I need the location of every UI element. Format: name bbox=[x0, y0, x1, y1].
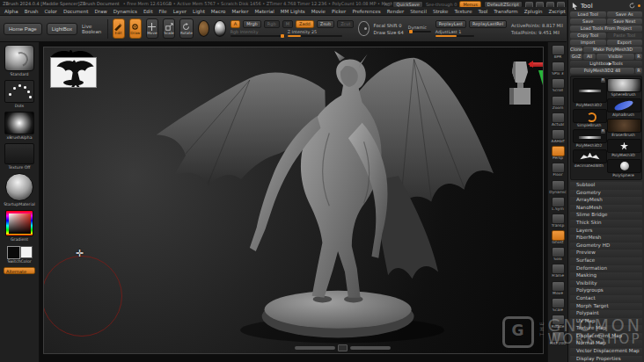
axis-y-arrow[interactable] bbox=[538, 70, 544, 85]
goz-button[interactable]: GoZ bbox=[570, 54, 582, 60]
tool-subpalette[interactable]: Texture Map bbox=[570, 325, 642, 332]
tool-subpalette[interactable]: Deformation bbox=[570, 265, 642, 272]
tool-subpalette[interactable]: FiberMesh bbox=[570, 235, 642, 242]
stroke-selector[interactable]: Dots bbox=[3, 80, 36, 108]
current-material-icon[interactable] bbox=[214, 20, 225, 37]
z-intensity-slider[interactable]: Z Intensity 25 bbox=[288, 30, 342, 37]
focal-shift-slider[interactable]: Focal Shift 0 bbox=[374, 23, 404, 28]
menu-item[interactable]: Light bbox=[193, 9, 205, 14]
brush-thumb[interactable] bbox=[4, 45, 34, 71]
right-shelf-button[interactable]: Ghost bbox=[548, 230, 567, 245]
texture-thumb[interactable] bbox=[4, 143, 34, 164]
tool-subpalette[interactable]: Geometry HD bbox=[570, 243, 642, 250]
right-shelf-button[interactable]: Hist 200 bbox=[548, 331, 567, 346]
texture-selector[interactable]: Texture Off bbox=[3, 143, 36, 170]
lightbox-tools-button[interactable]: Lightbox▶Tools bbox=[570, 61, 642, 67]
menu-item[interactable]: Transform bbox=[494, 9, 517, 14]
load-tools-from-project-button[interactable]: Load Tools From Project bbox=[570, 25, 642, 32]
alpha-selector[interactable]: xBrushAlpha bbox=[3, 112, 36, 140]
live-boolean-toggle[interactable]: Live Boolean bbox=[82, 24, 103, 34]
menu-item[interactable]: Movie bbox=[311, 9, 326, 14]
rotate-button[interactable]: Rotate bbox=[179, 18, 194, 39]
replay-last-button[interactable]: ReplayLast bbox=[435, 20, 466, 28]
home-page-button[interactable]: Home Page bbox=[4, 23, 42, 35]
right-shelf-button[interactable]: Scale bbox=[548, 298, 567, 313]
edit-button[interactable]: Edit bbox=[113, 18, 125, 39]
menu-item[interactable]: Stencil bbox=[410, 9, 427, 14]
switch-color-swatches[interactable] bbox=[5, 245, 33, 258]
menu-item[interactable]: Edit bbox=[143, 9, 153, 14]
right-shelf-button[interactable]: BPR bbox=[548, 45, 567, 60]
tool-subpalette[interactable]: Surface bbox=[570, 257, 642, 264]
menu-item[interactable]: Tool bbox=[479, 9, 488, 14]
save-next-button[interactable]: Save Next bbox=[607, 18, 643, 25]
menu-item[interactable]: File bbox=[159, 9, 167, 14]
right-shelf-button[interactable]: Frame bbox=[548, 264, 567, 279]
export-button[interactable]: Export bbox=[607, 40, 643, 46]
tool-subpalette[interactable]: Thick Skin bbox=[570, 220, 642, 227]
tool-thumb[interactable]: PolyMesh3D bbox=[607, 139, 640, 157]
menu-item[interactable]: Dynamics bbox=[113, 9, 137, 14]
material-selector[interactable]: StartupMaterial bbox=[3, 173, 36, 206]
goz-all-button[interactable]: All bbox=[583, 54, 596, 60]
scrollbar-right[interactable] bbox=[350, 346, 391, 350]
menu-item[interactable]: Zplugin bbox=[524, 9, 543, 14]
tool-subpalette[interactable]: Vector Displacement Map bbox=[570, 348, 642, 355]
right-shelf-button[interactable]: Dynamic bbox=[548, 180, 567, 195]
tool-subpalette[interactable]: Subtool bbox=[570, 182, 642, 189]
right-shelf-button[interactable]: Persp bbox=[548, 146, 567, 161]
menu-item[interactable]: Brush bbox=[25, 9, 39, 14]
zsub-toggle[interactable]: Zsub bbox=[317, 20, 334, 28]
stroke-thumb[interactable] bbox=[4, 80, 34, 103]
copy-tool-button[interactable]: Copy Tool bbox=[570, 33, 606, 39]
right-shelf-button[interactable]: Rotate bbox=[548, 315, 567, 329]
current-brush-icon[interactable] bbox=[198, 20, 209, 37]
rgb-toggle[interactable]: Rgb bbox=[264, 20, 280, 28]
load-tool-button[interactable]: Load Tool bbox=[570, 11, 606, 18]
menu-item[interactable]: Marker bbox=[232, 9, 249, 14]
replay-last-rel-button[interactable]: ReplayLastRel bbox=[469, 20, 507, 28]
tool-subpalette[interactable]: UV Map bbox=[570, 318, 642, 325]
current-tool-thumb[interactable]: R PolyMesh3D2 bbox=[573, 78, 605, 107]
zadd-toggle[interactable]: Zadd bbox=[296, 20, 314, 28]
tool-subpalette[interactable]: Polypaint bbox=[570, 310, 642, 317]
clone-button[interactable]: Clone bbox=[570, 47, 582, 53]
save-button[interactable]: Save bbox=[570, 18, 606, 25]
lightbox-button[interactable]: LightBox bbox=[47, 23, 77, 35]
horizontal-scrollbar[interactable] bbox=[295, 344, 391, 351]
make-polymesh3d-button[interactable]: Make PolyMesh3D bbox=[583, 47, 642, 53]
menu-item[interactable]: Document bbox=[63, 9, 89, 14]
material-thumb[interactable] bbox=[5, 173, 33, 201]
tool-subpalette[interactable]: Preview bbox=[570, 250, 642, 257]
tool-subpalette[interactable]: Displacement Map bbox=[570, 333, 642, 340]
tool-subpalette[interactable]: Morph Target bbox=[570, 303, 642, 310]
menu-item[interactable]: Picker bbox=[332, 9, 346, 14]
tool-subpalette[interactable]: Masking bbox=[570, 272, 642, 279]
refresh-icon[interactable] bbox=[629, 3, 635, 9]
tool-thumb[interactable]: SimpleBrush bbox=[573, 109, 605, 127]
right-shelf-button[interactable]: SPix 3 bbox=[548, 62, 567, 76]
scrollbar-left[interactable] bbox=[295, 346, 335, 350]
tool-thumb[interactable]: EraserBrush bbox=[607, 119, 640, 137]
menu-item[interactable]: MM Lights bbox=[281, 9, 305, 14]
menu-item[interactable]: Stroke bbox=[433, 9, 449, 14]
tool-thumb[interactable]: PolySphere bbox=[607, 159, 640, 177]
dynamic-toggle[interactable]: Dynamic bbox=[408, 25, 431, 33]
document-canvas[interactable]: ✛ bbox=[40, 42, 547, 362]
alternate-button[interactable]: Alternate bbox=[4, 267, 35, 274]
tool-subpalette[interactable]: Visibility bbox=[570, 280, 642, 287]
menu-item[interactable]: Layer bbox=[173, 9, 187, 14]
menu-item[interactable]: Color bbox=[45, 9, 57, 14]
menu-item[interactable]: Material bbox=[255, 9, 274, 14]
color-picker[interactable]: Gradient bbox=[3, 210, 36, 242]
menu-item[interactable]: Render bbox=[387, 9, 405, 14]
draw-size-slider[interactable]: Draw Size 64 bbox=[374, 30, 404, 35]
right-shelf-button[interactable]: Scroll bbox=[548, 78, 567, 93]
m-toggle[interactable]: M bbox=[282, 20, 293, 28]
switch-color[interactable]: SwitchColor bbox=[3, 245, 36, 264]
right-shelf-button[interactable]: Solo bbox=[548, 247, 567, 262]
right-shelf-button[interactable]: Zoom bbox=[548, 96, 567, 111]
paste-tool-button[interactable]: Paste Tool bbox=[607, 33, 643, 39]
tool-thumb[interactable]: SphereBrush bbox=[607, 78, 640, 97]
tool-subpalette[interactable]: ArrayMesh bbox=[570, 197, 642, 204]
